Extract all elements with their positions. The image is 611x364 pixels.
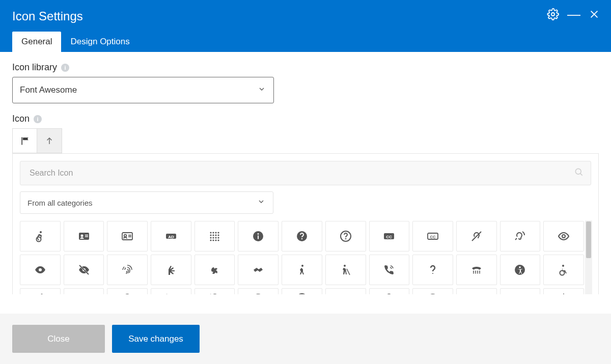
svg-point-26 [215, 232, 216, 233]
info-icon[interactable]: i [61, 64, 69, 72]
svg-point-32 [217, 237, 219, 238]
svg-line-5 [580, 174, 582, 176]
tab-design-options[interactable]: Design Options [61, 32, 138, 52]
wheelchair-icon[interactable] [543, 255, 584, 285]
modal-footer: Close Save changes [0, 314, 611, 364]
svg-point-72 [253, 294, 263, 294]
hands-asl-icon[interactable] [195, 255, 235, 285]
search-icon [574, 167, 584, 179]
tty-icon[interactable] [456, 255, 497, 285]
closed-captioning-icon[interactable]: CC [412, 221, 453, 251]
icon-field-label: Icon i [12, 114, 599, 124]
modal-body: Icon library i Icon i From all categorie… [0, 52, 611, 294]
svg-point-22 [212, 232, 214, 233]
icon-upload-tab[interactable] [37, 128, 62, 153]
closed-captioning-solid-icon[interactable]: CC [369, 221, 410, 251]
question-circle-solid-icon[interactable] [282, 221, 322, 251]
exclamation-circle-icon[interactable] [238, 288, 279, 294]
settings-gear-icon[interactable] [547, 8, 559, 20]
category-dropdown[interactable]: From all categories [20, 191, 273, 214]
question-circle-icon[interactable] [325, 221, 366, 251]
bell-slash-icon[interactable] [195, 288, 235, 294]
icon-library-tab[interactable] [12, 128, 37, 153]
braille-icon[interactable] [195, 221, 235, 251]
svg-point-66 [562, 265, 564, 267]
svg-point-28 [215, 237, 216, 238]
radiation-icon[interactable] [412, 288, 453, 294]
svg-point-36 [258, 233, 259, 235]
info-icon[interactable]: i [34, 115, 42, 123]
bell-slash-solid-icon[interactable] [151, 288, 191, 294]
eye-solid-icon[interactable] [20, 255, 61, 285]
svg-point-25 [212, 239, 214, 241]
address-card-icon[interactable] [107, 221, 148, 251]
universal-access-icon[interactable] [500, 255, 541, 285]
modal-header: Icon Settings — General Design Options [0, 0, 611, 52]
icon-picker-tabs [12, 128, 599, 153]
question-mark-icon[interactable] [369, 288, 410, 294]
blind-icon[interactable] [325, 255, 366, 285]
close-icon[interactable] [589, 9, 600, 20]
svg-point-67 [560, 271, 565, 275]
svg-text:CC: CC [386, 235, 393, 239]
address-card-solid-icon[interactable] [64, 221, 104, 251]
svg-point-52 [301, 265, 303, 267]
bell-icon[interactable] [107, 288, 148, 294]
svg-point-58 [475, 271, 476, 272]
scrollbar-thumb[interactable] [586, 221, 591, 258]
svg-point-60 [477, 271, 478, 272]
svg-point-4 [575, 169, 581, 174]
skull-crossbones-icon[interactable] [456, 288, 497, 294]
info-circle-icon[interactable] [238, 221, 279, 251]
svg-point-29 [215, 239, 216, 241]
info-icon[interactable] [325, 288, 366, 294]
eye-icon[interactable] [543, 221, 584, 251]
svg-point-59 [475, 272, 476, 273]
svg-point-6 [40, 231, 42, 233]
fingerprint-icon[interactable] [107, 255, 148, 285]
svg-rect-10 [85, 235, 88, 236]
minimize-icon[interactable]: — [567, 11, 580, 18]
sign-language-icon[interactable] [151, 255, 191, 285]
svg-point-63 [479, 272, 480, 273]
svg-point-23 [212, 234, 214, 236]
phone-volume-icon[interactable] [369, 255, 410, 285]
svg-point-33 [217, 239, 219, 241]
svg-point-55 [432, 273, 433, 274]
assistive-listening-icon[interactable] [500, 221, 541, 251]
icon-library-input[interactable] [12, 77, 274, 103]
tab-general[interactable]: General [12, 32, 61, 52]
audio-description-icon[interactable]: AD [151, 221, 191, 251]
icon-grid: ADCCCC [20, 221, 591, 294]
svg-point-24 [212, 237, 214, 238]
running-icon[interactable] [20, 288, 61, 294]
eye-slash-icon[interactable] [64, 255, 104, 285]
bell-solid-icon[interactable] [64, 288, 104, 294]
svg-point-62 [479, 271, 480, 272]
radiation-alt-icon[interactable] [282, 288, 322, 294]
svg-point-19 [210, 234, 211, 236]
category-select[interactable]: From all categories [20, 191, 273, 214]
accessible-icon[interactable] [20, 221, 61, 251]
exclamation-triangle-solid-icon[interactable] [500, 288, 541, 294]
scrollbar[interactable] [585, 220, 592, 294]
svg-point-30 [217, 232, 219, 233]
svg-line-54 [347, 269, 350, 275]
svg-point-38 [301, 238, 302, 239]
svg-point-27 [215, 234, 216, 236]
icon-library-select[interactable] [12, 77, 274, 103]
svg-point-18 [210, 232, 211, 233]
walking-icon[interactable] [282, 255, 322, 285]
question-icon[interactable] [412, 255, 453, 285]
close-button[interactable]: Close [12, 325, 105, 353]
modal-title: Icon Settings [12, 9, 599, 23]
svg-point-0 [551, 13, 554, 16]
hands-helping-icon[interactable] [238, 255, 279, 285]
save-button[interactable]: Save changes [112, 325, 200, 353]
svg-point-75 [297, 294, 307, 294]
search-input[interactable] [20, 161, 591, 185]
deaf-icon[interactable] [456, 221, 497, 251]
exclamation-triangle-icon[interactable] [543, 288, 584, 294]
svg-point-20 [210, 237, 211, 238]
tab-strip: General Design Options [12, 32, 599, 52]
